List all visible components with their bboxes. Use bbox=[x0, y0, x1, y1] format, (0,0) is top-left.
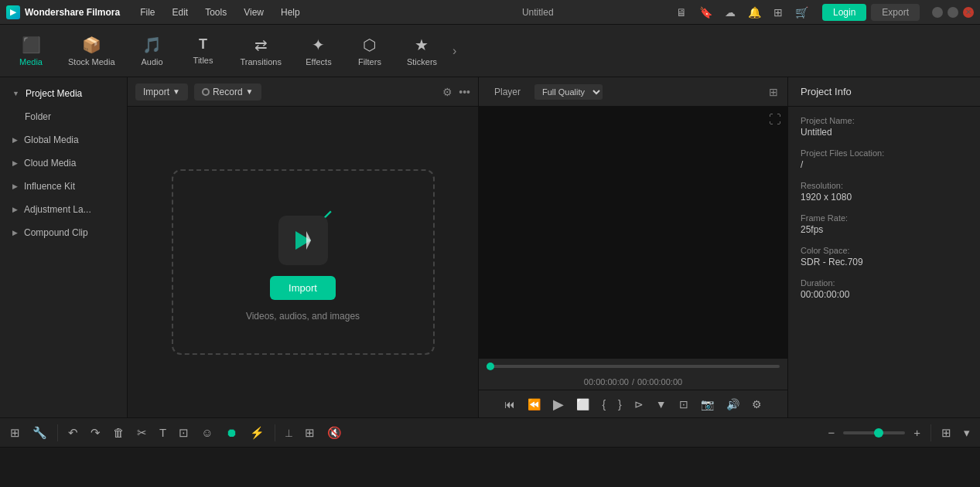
text-button[interactable]: T bbox=[155, 424, 170, 441]
player-controls: ⏮ ⏪ ▶ ⬜ { } ⊳ ▼ ⊡ 📷 🔊 ⚙ bbox=[479, 390, 787, 417]
info-label-location: Project Files Location: bbox=[801, 148, 968, 158]
sidebar-item-adjustment-layers[interactable]: ▶ Adjustment La... bbox=[3, 199, 124, 220]
play-button[interactable]: ▶ bbox=[549, 393, 568, 415]
import-dropdown-icon[interactable]: ▼ bbox=[172, 87, 180, 96]
sidebar-item-project-media[interactable]: ▼ Project Media bbox=[3, 83, 124, 104]
more-icon[interactable]: ••• bbox=[459, 86, 470, 98]
toolbar-stock-media[interactable]: 📦 Stock Media bbox=[57, 29, 126, 73]
record-dropdown-icon[interactable]: ▼ bbox=[246, 87, 254, 96]
import-drop-zone[interactable]: ↙ Import Videos, audios, and images bbox=[172, 169, 435, 355]
split-button[interactable]: ⟂ bbox=[282, 424, 296, 441]
grid-icon[interactable]: ⊞ bbox=[770, 5, 786, 20]
player-times: 00:00:00:00 / 00:00:00:00 bbox=[479, 374, 787, 390]
screenshot-icon[interactable]: ⊞ bbox=[769, 86, 778, 98]
arrow-icon: ▼ bbox=[12, 90, 19, 97]
emoji-button[interactable]: ☺ bbox=[197, 424, 217, 441]
toolbar-audio-label: Audio bbox=[141, 57, 162, 66]
screenshot-ctrl-button[interactable]: 📷 bbox=[697, 396, 718, 413]
cart-icon[interactable]: 🛒 bbox=[792, 5, 811, 20]
group-button[interactable]: ⊞ bbox=[301, 424, 319, 442]
settings-ctrl-button[interactable]: ⚙ bbox=[748, 396, 766, 413]
toolbar-filters[interactable]: ⬡ Filters bbox=[345, 29, 394, 73]
sidebar-item-cloud-media[interactable]: ▶ Cloud Media bbox=[3, 152, 124, 174]
skip-back-button[interactable]: ⏮ bbox=[500, 396, 519, 413]
sidebar-item-folder[interactable]: Folder bbox=[3, 106, 124, 128]
ai-tools-button[interactable]: ⚡ bbox=[246, 424, 268, 442]
add-track-button[interactable]: ⊞ bbox=[6, 424, 24, 442]
grid-view-button[interactable]: ⊞ bbox=[937, 424, 955, 442]
login-button[interactable]: Login bbox=[822, 4, 866, 21]
import-main-button[interactable]: Import bbox=[270, 276, 336, 300]
mute-button[interactable]: 🔇 bbox=[323, 424, 346, 442]
audio-button[interactable]: 🔊 bbox=[722, 396, 743, 413]
crop-button[interactable]: ⊡ bbox=[175, 424, 193, 442]
app-name: Wondershare Filmora bbox=[25, 7, 120, 18]
delete-button[interactable]: 🗑 bbox=[109, 424, 128, 441]
menu-help[interactable]: Help bbox=[273, 4, 308, 21]
fullscreen-icon[interactable]: ⛶ bbox=[769, 113, 781, 127]
toolbar-effects[interactable]: ✦ Effects bbox=[294, 29, 343, 73]
sidebar-item-influence-kit[interactable]: ▶ Influence Kit bbox=[3, 175, 124, 197]
frame-back-button[interactable]: ⏪ bbox=[524, 396, 545, 413]
cloud-upload-icon[interactable]: ☁ bbox=[722, 5, 739, 20]
cut-button[interactable]: ✂ bbox=[133, 424, 151, 442]
tl-separator-2 bbox=[275, 424, 275, 441]
minimize-button[interactable]: ─ bbox=[932, 7, 943, 18]
toolbar-filters-label: Filters bbox=[358, 57, 381, 66]
titlebar-right: 🖥 🔖 ☁ 🔔 ⊞ 🛒 Login Export ─ □ ✕ bbox=[673, 4, 974, 21]
toolbar-media[interactable]: ⬛ Media bbox=[6, 29, 56, 73]
add-dropdown-button[interactable]: ▼ bbox=[652, 396, 671, 413]
mark-in-button[interactable]: { bbox=[598, 396, 610, 413]
snapshot-button[interactable]: ⬜ bbox=[572, 396, 593, 413]
bookmark-icon[interactable]: 🔖 bbox=[696, 5, 715, 20]
sidebar-label-global-media: Global Media bbox=[24, 135, 79, 145]
filters-icon: ⬡ bbox=[363, 36, 376, 54]
magnetic-button[interactable]: 🔧 bbox=[29, 424, 51, 442]
subtitles-button[interactable]: ⊡ bbox=[675, 396, 692, 413]
toolbar-expand-arrow[interactable]: › bbox=[449, 41, 459, 61]
monitor-icon[interactable]: 🖥 bbox=[673, 5, 690, 20]
content-toolbar-right: ⚙ ••• bbox=[442, 86, 470, 98]
import-button[interactable]: Import ▼ bbox=[135, 83, 188, 100]
sidebar-item-global-media[interactable]: ▶ Global Media bbox=[3, 129, 124, 151]
zoom-thumb bbox=[874, 428, 883, 438]
maximize-button[interactable]: □ bbox=[948, 7, 958, 18]
toolbar-titles[interactable]: T Titles bbox=[179, 30, 228, 71]
sidebar-item-compound-clip[interactable]: ▶ Compound Clip bbox=[3, 222, 124, 244]
menu-view[interactable]: View bbox=[236, 4, 271, 21]
arrow-icon: ▶ bbox=[12, 159, 18, 167]
effects-icon: ✦ bbox=[312, 36, 325, 54]
quality-select[interactable]: Full Quality 1/2 Quality 1/4 Quality bbox=[534, 84, 603, 100]
info-value-location: / bbox=[801, 159, 968, 170]
player-tab[interactable]: Player bbox=[488, 83, 527, 100]
zoom-in-button[interactable]: + bbox=[910, 424, 924, 441]
toolbar-audio[interactable]: 🎵 Audio bbox=[128, 29, 177, 73]
undo-button[interactable]: ↶ bbox=[64, 424, 82, 442]
add-to-timeline-button[interactable]: ⊳ bbox=[630, 396, 647, 413]
menu-tools[interactable]: Tools bbox=[197, 4, 234, 21]
zoom-track[interactable] bbox=[843, 431, 905, 434]
content-toolbar: Import ▼ Record ▼ ⚙ ••• bbox=[128, 77, 478, 107]
timeline-track[interactable] bbox=[487, 365, 780, 368]
close-button[interactable]: ✕ bbox=[963, 7, 974, 18]
export-button[interactable]: Export bbox=[871, 4, 920, 21]
current-time: 00:00:00:00 bbox=[584, 377, 629, 387]
player-viewport: ⛶ bbox=[479, 107, 787, 359]
more-options-button[interactable]: ▾ bbox=[960, 424, 974, 442]
toolbar-transitions[interactable]: ⇄ Transitions bbox=[230, 29, 292, 73]
sidebar-label-adjustment-layers: Adjustment La... bbox=[24, 204, 91, 215]
record-button[interactable]: Record ▼ bbox=[194, 83, 261, 100]
bottom-timeline: ⊞ 🔧 ↶ ↷ 🗑 ✂ T ⊡ ☺ ⏺ ⚡ ⟂ ⊞ 🔇 − + ⊞ ▾ bbox=[0, 417, 980, 487]
toolbar-stickers[interactable]: ★ Stickers bbox=[396, 29, 448, 73]
menu-file[interactable]: File bbox=[132, 4, 162, 21]
menu-edit[interactable]: Edit bbox=[164, 4, 196, 21]
bell-icon[interactable]: 🔔 bbox=[745, 5, 764, 20]
filter-icon[interactable]: ⚙ bbox=[442, 86, 452, 98]
main-area: ▼ Project Media Folder ▶ Global Media ▶ … bbox=[0, 77, 980, 417]
sidebar: ▼ Project Media Folder ▶ Global Media ▶ … bbox=[0, 77, 128, 417]
record-tl-button[interactable]: ⏺ bbox=[222, 424, 241, 441]
redo-button[interactable]: ↷ bbox=[87, 424, 104, 442]
mark-out-button[interactable]: } bbox=[614, 396, 626, 413]
player-timeline[interactable] bbox=[479, 359, 787, 374]
zoom-out-button[interactable]: − bbox=[824, 424, 838, 441]
